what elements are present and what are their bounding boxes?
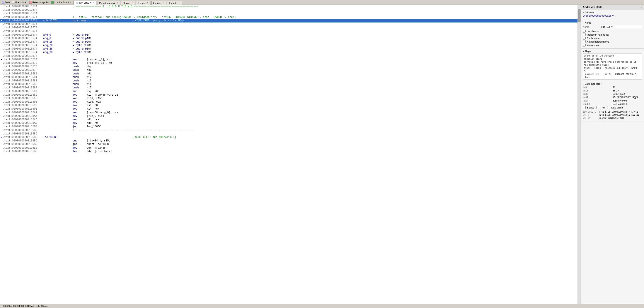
disasm-line[interactable]: .text:0000000000013589subrsp, 20h (0, 90, 580, 93)
line-marker: ● (0, 58, 2, 61)
disasm-line[interactable]: .text:00000000000135A6mov[r12], r15d (0, 114, 580, 118)
disasm-line[interactable]: .text:0000000000013579mov[rsp+arg_18], r… (0, 61, 580, 65)
disasm-line[interactable]: .text:0000000000013574arg_0= qword ptr8 (0, 33, 580, 37)
disasm-line[interactable]: ●.text:0000000000013574mov[rsp+arg_8], r… (0, 58, 580, 61)
tab-pseudo-close[interactable]: × (117, 2, 118, 4)
line-ops: [rsp+58h+arg_0], rcx (87, 111, 130, 114)
inspector-grid: Int8 72 Int16 35144 Int32 610044232 Int6… (583, 86, 642, 105)
legend-group: Data Unexplored External symbol Lumina f… (0, 1, 74, 4)
disasm-line[interactable]: .text:0000000000013574; __int64 __fastca… (0, 16, 580, 19)
address-section-header: Address (583, 11, 642, 14)
signed-checkbox[interactable] (583, 106, 586, 109)
line-ops: 30h (87, 47, 130, 51)
hex-checkbox[interactable] (596, 106, 599, 109)
line-addr: .text:0000000000013585 (2, 83, 43, 86)
disasm-line[interactable]: ●.text:0000000000013574sub_13574proc nea… (0, 19, 580, 23)
disasm-line[interactable]: .text:0000000000013574 (0, 26, 580, 30)
disasm-line[interactable]: .text:00000000000135AAmovrdi, rcx (0, 118, 580, 121)
checkbox-public-name-input[interactable] (583, 37, 586, 40)
scrollbar[interactable] (578, 5, 580, 304)
disasm-line[interactable]: .text:000000000001359Emovr14, rcx (0, 107, 580, 111)
disasm-line[interactable]: .text:0000000000013574; ================… (0, 5, 580, 8)
disasm-line[interactable]: .text:000000000001358Dmovr12, [rsp+58h+a… (0, 93, 580, 97)
little-endian-checkbox[interactable] (607, 106, 610, 109)
disasm-line[interactable]: .text:0000000000013574arg_20= byte ptr28… (0, 44, 580, 47)
tab-enums[interactable]: Enums × (136, 1, 150, 5)
line-addr: .text:000000000001359B (2, 104, 43, 107)
disasm-panel[interactable]: .text:0000000000013574; ================… (0, 5, 581, 304)
line-ops: [rsp+arg_8], rbx (87, 58, 130, 61)
checkbox-weak-name-input[interactable] (583, 44, 586, 47)
tab-strings-close[interactable]: × (132, 2, 133, 4)
name-input[interactable] (600, 25, 642, 29)
disasm-line[interactable]: .text:0000000000013595xorr15d, r15d (0, 97, 580, 100)
disasm-line[interactable]: .text:0000000000013581pushr12 (0, 76, 580, 79)
disasm-line[interactable]: .text:0000000000013574arg_8= qword ptr10… (0, 37, 580, 40)
tab-exports-close[interactable]: × (179, 2, 180, 4)
panel-close[interactable]: × (641, 6, 642, 9)
disasm-line[interactable]: .text:0000000000013574 (0, 54, 580, 58)
scrollbar-thumb[interactable] (578, 9, 580, 22)
disasm-line[interactable]: .text:00000000000135B5 (0, 132, 580, 135)
disasm-line[interactable]: .text:0000000000013574 (0, 23, 580, 26)
lumina-legend-icon (51, 1, 54, 4)
tab-ida-view-a[interactable]: 🖥 IDA View-A × (74, 1, 96, 5)
disasm-line[interactable]: .text:00000000000135B0jmploc_136AC (0, 125, 580, 128)
status-text: 00002974 0000000000013574: sub_13574 (2, 305, 48, 307)
disasm-line[interactable]: .text:00000000000135B9jnzshort loc_135C9 (0, 142, 580, 146)
tab-imports[interactable]: Imports × (151, 1, 166, 5)
disasm-line[interactable]: .text:0000000000013574arg_28= qword ptr3… (0, 47, 580, 51)
line-addr: .text:00000000000135B5 (2, 132, 43, 135)
disasm-line[interactable]: .text:0000000000013574 (0, 30, 580, 33)
disasm-line[interactable]: .text:0000000000013585pushr14 (0, 83, 580, 86)
disasm-line[interactable]: .text:0000000000013574 (0, 12, 580, 15)
disasm-line[interactable]: .text:0000000000013574arg_30= byte ptr38… (0, 51, 580, 54)
tab-imports-close[interactable]: × (163, 2, 164, 4)
tab-enums-label: Enums (138, 2, 146, 4)
disasm-line[interactable]: .text:0000000000013574arg_18= qword ptr2… (0, 40, 580, 44)
tab-pseudocode[interactable]: Pseudocode-A × (97, 1, 120, 5)
tab-exports[interactable]: Exports × (167, 1, 182, 5)
line-instr: mov (72, 104, 87, 107)
line-addr: .text:00000000000135A1 (2, 111, 43, 114)
line-instr: mov (72, 93, 87, 97)
line-ops: r12, [rsp+58h+arg_28] (87, 93, 130, 97)
line-instr: push (72, 72, 87, 76)
tab-imports-label: Imports (153, 2, 161, 4)
disasm-line[interactable]: .text:0000000000013580pushrdi (0, 72, 580, 76)
line-instr: = byte ptr (72, 44, 87, 47)
line-ops: [r12], r15d (87, 114, 130, 118)
right-panel: Address details × Address .text:00000000… (581, 5, 644, 304)
disasm-line[interactable]: .text:000000000001357Epushrbp (0, 65, 580, 68)
checkbox-autogenerated-input[interactable] (583, 40, 586, 43)
data-inspector-header: Data inspector (583, 83, 642, 85)
disasm-line[interactable]: .text:0000000000013574 (0, 8, 580, 12)
disasm-line[interactable]: .text:000000000001357Fpushrsi (0, 68, 580, 72)
line-addr: .text:0000000000013574 (2, 30, 43, 33)
checkbox-include-names-input[interactable] (583, 33, 586, 36)
disasm-line[interactable]: .text:00000000000135ADmovrdx, r9 (0, 121, 580, 125)
line-instr: mov (72, 114, 87, 118)
disasm-line[interactable]: .text:00000000000135B5cmp[rbx+34h], r15d (0, 139, 580, 142)
checkbox-autogenerated: Autogenerated name (583, 40, 642, 43)
checkbox-local-name-input[interactable] (583, 30, 586, 33)
disasm-line[interactable]: .text:000000000001359Bmovrsi, r8 (0, 104, 580, 107)
disasm-line[interactable]: .text:0000000000013583pushr13 (0, 79, 580, 83)
line-instr: = qword ptr (72, 40, 87, 44)
line-ops: r13d, edx (87, 100, 130, 104)
disasm-line[interactable]: .text:00000000000135BEleardx, [rcx+rbx-2… (0, 150, 580, 153)
line-addr: .text:0000000000013579 (2, 61, 43, 65)
disasm-line[interactable]: .text:0000000000013598movr13d, edx (0, 100, 580, 104)
disasm-line[interactable]: .text:00000000000135B5; ----------------… (0, 128, 580, 132)
disasm-line[interactable]: .text:00000000000135BBmovecx, [rbx+38h] (0, 146, 580, 150)
tab-ida-close[interactable]: × (93, 2, 94, 4)
panel-title: Address details (583, 6, 602, 9)
line-instr: push (72, 79, 87, 83)
disasm-line[interactable]: ●.text:00000000000135B5loc_135B5:; CODE … (0, 135, 580, 139)
tab-enums-close[interactable]: × (147, 2, 148, 4)
tab-strings[interactable]: Strings × (121, 1, 135, 5)
line-instr: mov (72, 118, 87, 121)
disasm-line[interactable]: .text:00000000000135A1mov[rsp+58h+arg_0]… (0, 111, 580, 114)
disasm-line[interactable]: .text:0000000000013587pushr15 (0, 86, 580, 89)
tab-strings-label: Strings (123, 2, 130, 4)
